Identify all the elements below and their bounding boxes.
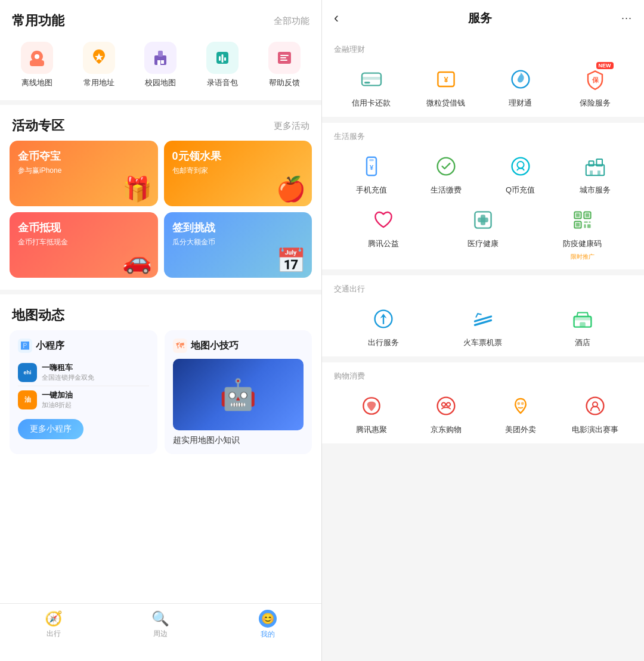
right-panel: ‹ 服务 ··· 金融理财 信用卡还款 ¥ 微粒贷借钱	[322, 0, 644, 661]
service-loan[interactable]: ¥ 微粒贷借钱	[408, 64, 483, 108]
offline-map-icon	[21, 42, 53, 74]
nav-mine[interactable]: 😊 我的	[259, 610, 277, 640]
service-travel[interactable]: 出行服务	[334, 304, 434, 348]
activity-card-2[interactable]: 金币抵现 金币打车抵现金 🚗	[10, 212, 158, 278]
service-credit-card[interactable]: 信用卡还款	[334, 64, 408, 108]
shopping-title: 购物消费	[334, 371, 632, 381]
svg-text:¥: ¥	[369, 164, 373, 171]
common-title: 常用功能	[12, 12, 64, 30]
map-section-header: 地图动态	[0, 294, 321, 330]
activity-header: 活动专区 更多活动	[0, 105, 321, 141]
more-button[interactable]: ···	[621, 12, 632, 24]
svg-rect-41	[575, 223, 579, 226]
svg-rect-39	[585, 213, 589, 217]
service-invest[interactable]: 理财通	[483, 64, 558, 108]
service-meituan[interactable]: 美团外卖	[483, 391, 558, 435]
svg-point-27	[517, 162, 524, 168]
movie-label: 电影演出赛事	[572, 424, 618, 435]
service-city[interactable]: 城市服务	[558, 151, 632, 195]
activity-emoji-1: 🍎	[276, 175, 306, 203]
back-button[interactable]: ‹	[334, 10, 339, 26]
svg-rect-5	[157, 60, 160, 65]
svg-rect-44	[584, 224, 586, 228]
service-hotel[interactable]: 酒店	[532, 304, 632, 348]
meituan-label: 美团外卖	[505, 424, 536, 435]
mine-nav-label: 我的	[261, 629, 275, 640]
svg-rect-10	[224, 57, 226, 61]
bottom-nav: 🧭 出行 🔍 周边 😊 我的	[0, 603, 321, 649]
map-grid: 🅿 小程序 ehi 一嗨租车 全国连锁押金双免 油 一键加油 加油8折起	[0, 330, 321, 464]
transport-section: 交通出行 出行服务 火车票机票 酒店	[322, 275, 644, 356]
insurance-label: 保险服务	[580, 98, 611, 108]
service-tencent-shop[interactable]: 腾讯惠聚	[334, 391, 408, 435]
activity-section: 活动专区 更多活动 金币夺宝 参与赢iPhone 🎁 0元领水果 包邮寄到家 🍎	[0, 100, 321, 290]
service-jd[interactable]: 京东购物	[408, 391, 483, 435]
service-train[interactable]: 火车票机票	[434, 304, 533, 348]
nav-travel[interactable]: 🧭 出行	[45, 610, 63, 639]
service-qrcode[interactable]: 防疫健康码 限时推广	[532, 205, 632, 261]
mini-app-oil[interactable]: 油 一键加油 加油8折起	[18, 386, 149, 413]
right-title: 服务	[339, 10, 621, 26]
activity-card-3[interactable]: 签到挑战 瓜分大额金币 📅	[164, 212, 312, 278]
svg-rect-49	[580, 322, 586, 327]
phone-recharge-label: 手机充值	[356, 185, 387, 195]
all-functions-link[interactable]: 全部功能	[274, 15, 309, 27]
service-qcoin[interactable]: Q币充值	[483, 151, 558, 195]
activity-emoji-0: 🎁	[122, 175, 152, 203]
func-voice-pack[interactable]: 录语音包	[196, 42, 249, 88]
svg-rect-9	[222, 54, 224, 63]
activity-grid: 金币夺宝 参与赢iPhone 🎁 0元领水果 包邮寄到家 🍎 金币抵现 金币打车…	[0, 141, 321, 284]
ehi-desc: 全国连锁押金双免	[42, 373, 149, 382]
func-offline-map[interactable]: 离线地图	[10, 42, 64, 88]
map-section-title: 地图动态	[12, 306, 64, 324]
oil-name: 一键加油	[42, 390, 149, 401]
service-bills[interactable]: 生活缴费	[408, 151, 483, 195]
left-panel: 常用功能 全部功能 离线地图 常用地址 校园地图 录语音包	[0, 0, 322, 661]
service-movie[interactable]: 电影演出赛事	[558, 391, 632, 435]
svg-rect-8	[219, 56, 221, 61]
common-address-label: 常用地址	[83, 77, 114, 88]
city-label: 城市服务	[580, 185, 611, 195]
life-grid-row2: 腾讯公益 医疗健康 防疫健康码 限时推广	[334, 205, 632, 261]
feedback-label: 帮助反馈	[269, 77, 300, 88]
qrcode-label: 防疫健康码	[563, 238, 602, 249]
credit-card-label: 信用卡还款	[352, 98, 391, 108]
travel-nav-label: 出行	[47, 629, 61, 639]
map-section: 地图动态 🅿 小程序 ehi 一嗨租车 全国连锁押金双免 油	[0, 290, 321, 464]
svg-rect-28	[586, 165, 603, 176]
svg-rect-6	[161, 60, 164, 64]
mini-app-ehi[interactable]: ehi 一嗨租车 全国连锁押金双免	[18, 359, 149, 386]
transport-grid: 出行服务 火车票机票 酒店	[334, 304, 632, 348]
svg-point-54	[521, 402, 524, 405]
activity-sub-2: 金币打车抵现金	[18, 237, 68, 247]
service-phone-recharge[interactable]: ¥ 手机充值	[334, 151, 408, 195]
func-common-address[interactable]: 常用地址	[72, 42, 126, 88]
service-health[interactable]: 医疗健康	[434, 205, 533, 261]
func-feedback[interactable]: 帮助反馈	[258, 42, 311, 88]
ehi-logo: ehi	[18, 363, 37, 382]
func-campus-map[interactable]: 校园地图	[134, 42, 187, 88]
oil-logo: 油	[18, 390, 37, 409]
nav-nearby[interactable]: 🔍 周边	[151, 610, 169, 639]
right-header: ‹ 服务 ···	[322, 0, 644, 36]
common-functions-grid: 离线地图 常用地址 校园地图 录语音包 帮助反馈	[0, 36, 321, 100]
common-functions-header: 常用功能 全部功能	[0, 0, 321, 36]
svg-text:保: 保	[591, 76, 599, 83]
service-charity[interactable]: 腾讯公益	[334, 205, 434, 261]
more-activity-link[interactable]: 更多活动	[274, 120, 309, 132]
svg-rect-32	[597, 170, 600, 175]
svg-rect-17	[364, 82, 370, 83]
travel-nav-icon: 🧭	[45, 610, 63, 627]
activity-sub-0: 参与赢iPhone	[18, 166, 61, 176]
life-title: 生活服务	[334, 131, 632, 142]
more-mini-program-button[interactable]: 更多小程序	[18, 419, 83, 439]
service-insurance[interactable]: NEW 保 保险服务	[558, 64, 632, 108]
campus-map-icon	[144, 42, 177, 74]
nearby-nav-icon: 🔍	[151, 610, 169, 627]
activity-card-0[interactable]: 金币夺宝 参与赢iPhone 🎁	[10, 141, 158, 206]
activity-sub-3: 瓜分大额金币	[172, 237, 215, 247]
activity-card-1[interactable]: 0元领水果 包邮寄到家 🍎	[164, 141, 312, 206]
map-tips-card-title: 地图小技巧	[191, 340, 239, 352]
activity-title-3: 签到挑战	[172, 221, 215, 235]
mini-program-card-title: 小程序	[36, 340, 64, 352]
